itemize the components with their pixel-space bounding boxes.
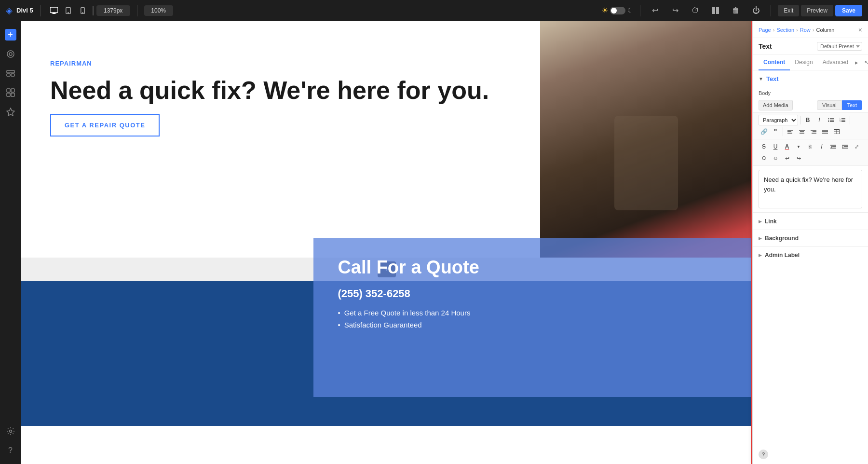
svg-rect-15 [11,89,14,92]
svg-point-19 [9,430,12,433]
svg-point-23 [828,118,829,119]
link-section-title: Link [765,218,777,225]
text-section-title: Text [766,75,779,82]
link-section-header[interactable]: ▶ Link [753,213,868,230]
sidebar-modules-icon[interactable] [2,84,19,101]
layout-btn[interactable] [708,3,723,18]
undo-btn[interactable]: ↩ [647,3,663,18]
indent-out-btn[interactable] [828,141,839,152]
background-arrow-icon: ▶ [759,236,762,241]
redo-editor-btn[interactable]: ↪ [793,153,804,164]
special-char-btn[interactable]: Ω [759,153,769,164]
emoji-btn[interactable]: ☺ [770,153,781,164]
sidebar-layers-icon[interactable] [2,45,19,63]
desktop-btn[interactable] [47,4,61,17]
exit-btn[interactable]: Exit [778,5,799,16]
italic-btn[interactable]: I [814,115,825,125]
preset-select[interactable]: Default Preset [817,42,862,51]
svg-rect-17 [11,93,14,96]
toggle-switch[interactable] [610,7,625,14]
ol-btn[interactable]: 1.2.3. [837,115,848,125]
quote-list-item-2: Satisfaction Guaranteed [338,321,728,329]
ul-btn[interactable] [826,115,836,125]
format-toolbar-1: Paragraph Heading 1 Heading 2 B I 1.2.3.… [753,112,868,139]
panel-close-btn[interactable]: × [858,26,862,34]
sidebar-add-icon[interactable]: + [2,26,19,43]
svg-point-24 [828,120,829,121]
sidebar-settings-icon[interactable] [2,423,19,440]
topbar: ◈ Divi 5 1379px 100% ☀ ☾ ↩ ↪ ⏱ 🗑 ⏻ Exit [0,0,868,21]
quote-section: Call For a Quote (255) 352-6258 Get a Fr… [21,281,752,426]
align-left-btn[interactable] [785,126,796,137]
admin-label-header[interactable]: ▶ Admin Label [753,247,868,263]
format-toolbar-2: S U A ▼ ⎘ I ⤢ Ω ☺ ↩ ↪ [753,139,868,166]
toggle-knob [611,8,617,14]
align-right-btn[interactable] [808,126,819,137]
align-center-btn[interactable] [797,126,807,137]
width-display[interactable]: 1379px [96,5,130,16]
text-mode-btn[interactable]: Text [842,100,862,110]
sun-icon: ☀ [601,6,608,15]
table-btn[interactable] [831,126,842,137]
help-icon[interactable]: ? [759,450,768,459]
theme-toggle[interactable]: ☀ ☾ [601,6,633,15]
module-title-row: Text Default Preset [753,38,868,55]
visual-btn[interactable]: Visual [817,100,842,110]
undo-editor-btn[interactable]: ↩ [782,153,792,164]
trash-btn[interactable]: 🗑 [728,3,744,18]
admin-label-title: Admin Label [765,252,800,259]
redo-btn[interactable]: ↪ [667,3,683,18]
tab-design[interactable]: Design [790,55,817,70]
sidebar-help-icon[interactable]: ? [2,442,19,459]
breadcrumb-page[interactable]: Page [759,27,771,33]
color-btn[interactable]: A [782,141,792,152]
indent-in-btn[interactable] [840,141,850,152]
editor-toolbar-row: Add Media Visual Text [753,98,868,112]
tab-arrow-icon[interactable]: ▸ [853,57,860,68]
hero-cta-btn[interactable]: GET A REPAIR QUOTE [50,114,160,136]
text-section-group: ▼ Text Body Add Media Visual Text Par [753,70,868,213]
tab-cursor-icon[interactable]: ↖ [862,57,868,68]
left-sidebar: + ? [0,21,21,464]
paste-btn[interactable]: ⎘ [805,141,815,152]
svg-point-9 [7,51,14,57]
text-editor-area[interactable]: Need a quick fix? We're here for you. [759,170,862,208]
underline-btn[interactable]: U [770,141,781,152]
fmt-sep-2 [850,116,850,124]
hero-image [540,21,752,258]
topbar-separator-3 [640,5,640,16]
power-btn[interactable]: ⏻ [748,3,764,18]
paragraph-select[interactable]: Paragraph Heading 1 Heading 2 [759,115,798,125]
fullscreen-btn[interactable]: ⤢ [851,141,862,152]
breadcrumb-section[interactable]: Section [776,27,794,33]
mobile-btn[interactable] [76,4,90,17]
add-media-btn[interactable]: Add Media [759,100,793,110]
link-btn[interactable]: 🔗 [759,126,769,137]
sidebar-layout-icon[interactable] [2,65,19,82]
quote-list-item-1: Get a Free Quote in less than 24 Hours [338,309,728,317]
panel-tabs: Content Design Advanced ▸ ↖ [753,55,868,70]
module-title: Text [759,42,813,50]
breadcrumb-row[interactable]: Row [800,27,811,33]
align-justify-btn[interactable] [820,126,830,137]
tablet-btn[interactable] [62,4,75,17]
preview-btn[interactable]: Preview [801,5,833,16]
bold-btn[interactable]: B [802,115,813,125]
strikethrough-btn[interactable]: S [759,141,769,152]
app-icon: ◈ [6,5,13,16]
breadcrumb-sep-1: › [773,27,775,33]
zoom-display[interactable]: 100% [144,5,173,16]
color-arrow-btn[interactable]: ▼ [793,141,804,152]
code-italic-btn[interactable]: I [816,141,827,152]
sidebar-star-icon[interactable] [2,103,19,121]
blockquote-btn[interactable]: " [770,126,781,137]
background-section-header[interactable]: ▶ Background [753,230,868,246]
tab-content[interactable]: Content [759,55,790,70]
svg-rect-8 [716,7,719,14]
save-btn[interactable]: Save [835,5,862,16]
tab-advanced[interactable]: Advanced [818,55,853,70]
svg-rect-16 [7,93,10,96]
text-section-header[interactable]: ▼ Text [753,70,868,87]
breadcrumb-sep-3: › [813,27,814,33]
history-btn[interactable]: ⏱ [688,3,703,18]
